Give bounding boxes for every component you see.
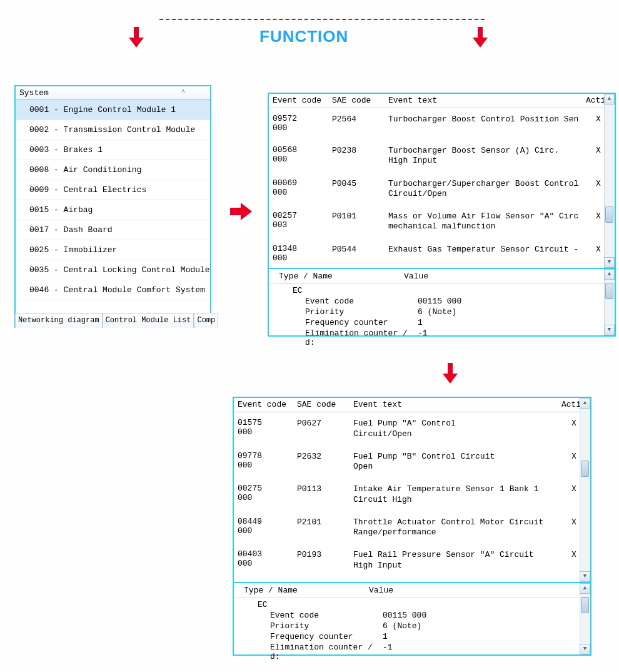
- cell-event-text: Fuel Rail Pressure Sensor "A" Circuit Hi…: [353, 550, 561, 571]
- details-group: EC: [273, 286, 418, 295]
- list-item[interactable]: 0035 - Central Locking Control Module: [16, 260, 210, 280]
- details-row: Frequency counter1: [234, 631, 580, 642]
- col-event-code[interactable]: Event code: [273, 96, 332, 106]
- tab-control-module-list[interactable]: Control Module List: [103, 313, 194, 328]
- system-list: 0001 - Engine Control Module 1 0002 - Tr…: [16, 100, 210, 300]
- event-rows: 09572000P2564Turbocharger Boost Control …: [269, 108, 615, 263]
- details-value: 6 (Note): [418, 307, 456, 317]
- details-row: Priority6 (Note): [234, 621, 580, 631]
- col-event-text[interactable]: Event text: [353, 400, 561, 410]
- details-col-value[interactable]: Value: [404, 272, 428, 281]
- col-sae-code[interactable]: SAE code: [297, 400, 353, 410]
- scroll-up-icon[interactable]: ▲: [580, 398, 590, 409]
- list-item[interactable]: 0025 - Immobilizer: [16, 240, 210, 260]
- cell-sae-code: P2564: [332, 115, 388, 124]
- system-panel: System ^ 0001 - Engine Control Module 1 …: [14, 85, 211, 328]
- scroll-down-icon[interactable]: ▼: [604, 325, 615, 335]
- table-row[interactable]: 00275000P0113Intake Air Temperature Sens…: [234, 478, 590, 511]
- details-col-name[interactable]: Type / Name: [273, 272, 404, 281]
- details-key: Event code: [273, 297, 418, 306]
- list-item[interactable]: 0046 - Central Module Comfort System: [16, 280, 210, 300]
- event-panel-2: Event code SAE code Event text Active 01…: [233, 397, 591, 656]
- cell-event-text: Throttle Actuator Control Motor Circuit …: [353, 517, 561, 538]
- cell-sae-code: P0113: [297, 484, 353, 494]
- scroll-thumb[interactable]: [605, 283, 613, 299]
- cell-event-text: Turbocharger Boost Control Position Sen: [388, 115, 586, 125]
- scroll-up-icon[interactable]: ▲: [604, 269, 615, 280]
- list-item[interactable]: 0001 - Engine Control Module 1: [16, 100, 210, 120]
- list-item[interactable]: 0015 - Airbag: [16, 200, 210, 220]
- table-row[interactable]: 08852P2294Fuel Pressure Regulator "B" Co…: [234, 577, 590, 578]
- scrollbar[interactable]: ▲ ▼: [580, 583, 590, 654]
- cell-sae-code: P0627: [297, 419, 353, 428]
- cell-event-code: 00257003: [273, 211, 332, 230]
- details-value: 1: [383, 632, 388, 641]
- list-item[interactable]: 0003 - Brakes 1: [16, 140, 210, 160]
- col-event-text[interactable]: Event text: [388, 96, 586, 106]
- list-item[interactable]: 0009 - Central Electrics: [16, 180, 210, 200]
- scrollbar[interactable]: ▲ ▼: [604, 269, 615, 335]
- details-key: Frequency counter: [238, 632, 383, 641]
- details-key: Elimination counter / d:: [273, 328, 418, 347]
- details-col-value[interactable]: Value: [369, 586, 393, 595]
- details-key: Priority: [273, 307, 418, 317]
- details-row: Elimination counter / d:-1: [234, 642, 580, 662]
- details-key: Event code: [238, 611, 383, 620]
- scroll-thumb[interactable]: [581, 461, 589, 477]
- system-header-label: System: [19, 88, 49, 98]
- cell-event-code: 09572000: [273, 115, 332, 133]
- cell-event-text: Fuel Pump "B" Control Circuit Open: [353, 452, 561, 472]
- details-pane: Type / Name Value ECEvent code00115 000P…: [234, 582, 590, 654]
- scroll-up-icon[interactable]: ▲: [604, 94, 615, 104]
- scroll-down-icon[interactable]: ▼: [604, 257, 615, 268]
- details-row: Frequency counter1: [269, 317, 604, 328]
- divider: [159, 19, 485, 20]
- table-row[interactable]: 00403000P0193Fuel Rail Pressure Sensor "…: [234, 544, 590, 577]
- details-col-name[interactable]: Type / Name: [238, 586, 369, 595]
- cell-event-code: 00069000: [273, 179, 332, 198]
- details-row: Event code00115 000: [269, 296, 604, 307]
- scrollbar[interactable]: ▲ ▼: [580, 398, 590, 582]
- details-value: 00115 000: [383, 611, 426, 620]
- tab-bar: Networking diagram Control Module List C…: [15, 313, 218, 328]
- scrollbar[interactable]: ▲ ▼: [604, 94, 615, 268]
- table-row[interactable]: 01575000P0627Fuel Pump "A" Control Circu…: [234, 412, 590, 445]
- details-value: -1: [418, 328, 428, 347]
- table-row[interactable]: 09778000P2632Fuel Pump "B" Control Circu…: [234, 445, 590, 479]
- details-row: Elimination counter / d:-1: [269, 328, 604, 348]
- scroll-up-icon[interactable]: ▲: [580, 583, 590, 594]
- system-column-header[interactable]: System ^: [16, 86, 210, 100]
- table-row[interactable]: 08449000P2101Throttle Actuator Control M…: [234, 511, 590, 544]
- list-item[interactable]: 0008 - Air Conditioning: [16, 160, 210, 180]
- event-rows: 01575000P0627Fuel Pump "A" Control Circu…: [234, 412, 590, 578]
- scroll-thumb[interactable]: [581, 597, 589, 613]
- cell-event-code: 00403000: [238, 550, 297, 569]
- scroll-down-icon[interactable]: ▼: [580, 571, 590, 582]
- details-key: Priority: [238, 621, 383, 631]
- details-row: Event code00115 000: [234, 610, 580, 621]
- details-value: 00115 000: [418, 297, 461, 306]
- tab-networking-diagram[interactable]: Networking diagram: [15, 313, 103, 328]
- cell-sae-code: P0101: [332, 211, 388, 221]
- scroll-down-icon[interactable]: ▼: [580, 644, 590, 654]
- table-row[interactable]: 09572000P2564Turbocharger Boost Control …: [269, 108, 615, 140]
- cell-event-code: 08449000: [238, 517, 297, 536]
- list-item[interactable]: 0017 - Dash Board: [16, 220, 210, 240]
- details-key: Elimination counter / d:: [238, 643, 383, 661]
- details-row: Priority6 (Note): [269, 307, 604, 317]
- details-value: 1: [418, 318, 423, 327]
- col-sae-code[interactable]: SAE code: [332, 96, 388, 106]
- list-item[interactable]: 0002 - Transmission Control Module: [16, 120, 210, 140]
- table-row[interactable]: 00568000P0238Turbocharger Boost Sensor (…: [269, 140, 615, 173]
- details-value: 6 (Note): [383, 621, 421, 631]
- table-row[interactable]: 01348000P0544Exhaust Gas Temperatur Sens…: [269, 238, 615, 264]
- cell-sae-code: P2101: [297, 517, 353, 527]
- scroll-thumb[interactable]: [605, 206, 613, 223]
- cell-event-code: 09778000: [238, 452, 297, 471]
- table-row[interactable]: 00257003P0101Mass or Volume Air Flow Sen…: [269, 205, 615, 238]
- sort-icon: ^: [181, 89, 185, 96]
- col-event-code[interactable]: Event code: [238, 400, 297, 410]
- table-row[interactable]: 00069000P0045Turbocharger/Supercharger B…: [269, 173, 615, 206]
- tab-comp[interactable]: Comp: [194, 313, 218, 328]
- cell-sae-code: P0193: [297, 550, 353, 559]
